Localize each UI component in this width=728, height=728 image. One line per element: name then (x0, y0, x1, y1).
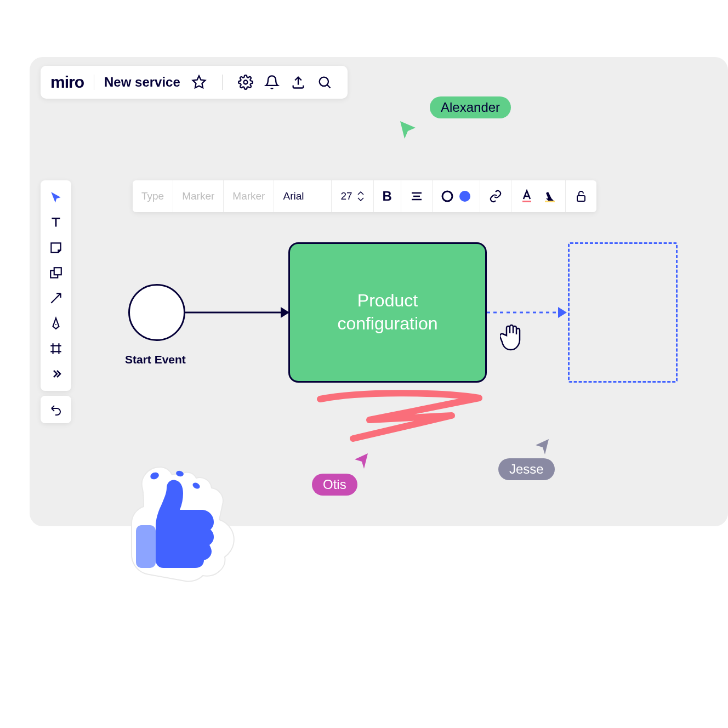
bold-button[interactable]: B (374, 180, 401, 212)
text-tool[interactable] (41, 210, 71, 235)
font-family-selector[interactable]: Arial (274, 180, 332, 212)
divider (94, 75, 94, 90)
shape-color-button[interactable] (433, 180, 480, 212)
hand-cursor-icon (500, 322, 527, 353)
product-configuration-label: Product configuration (337, 289, 437, 335)
svg-point-4 (55, 324, 56, 325)
sticky-note-tool[interactable] (41, 235, 71, 260)
align-button[interactable] (401, 180, 433, 212)
font-size-selector[interactable]: 27 (332, 180, 373, 212)
dashed-connector[interactable] (487, 303, 569, 325)
settings-icon[interactable] (238, 75, 253, 90)
pen-tool[interactable] (41, 311, 71, 336)
select-tool[interactable] (41, 185, 71, 210)
svg-rect-9 (577, 196, 585, 201)
star-icon[interactable] (191, 75, 207, 90)
start-event-node[interactable] (128, 284, 185, 341)
collaborator-name: Otis (323, 477, 346, 492)
start-event-label: Start Event (125, 353, 186, 366)
highlight-icon[interactable] (543, 189, 556, 203)
left-toolbar (41, 180, 71, 391)
search-icon[interactable] (317, 75, 332, 90)
lock-button[interactable] (566, 180, 596, 212)
svg-point-6 (459, 191, 470, 202)
svg-rect-7 (522, 201, 531, 202)
arrow-tool[interactable] (41, 286, 71, 311)
svg-rect-15 (136, 525, 156, 568)
collaborator-name: Jesse (509, 462, 544, 476)
text-color-button[interactable] (511, 180, 566, 212)
svg-rect-8 (545, 201, 555, 202)
svg-point-1 (319, 77, 328, 86)
type-selector[interactable]: Type (133, 180, 173, 212)
notifications-icon[interactable] (264, 75, 280, 90)
collaborator-name: Alexander (441, 100, 500, 115)
collaborator-pill-alexander: Alexander (430, 96, 511, 118)
marker-selector-2[interactable]: Marker (224, 180, 274, 212)
header-bar: miro New service (41, 66, 348, 99)
collaborator-cursor-otis (353, 452, 369, 470)
svg-point-0 (243, 81, 247, 84)
shapes-tool[interactable] (41, 260, 71, 286)
export-icon[interactable] (291, 75, 306, 90)
placeholder-node[interactable] (568, 242, 678, 383)
collaborator-cursor-alexander (399, 120, 417, 141)
format-toolbar: Type Marker Marker Arial 27 B (133, 180, 596, 212)
collaborator-cursor-jesse (534, 437, 550, 456)
collaborator-pill-jesse: Jesse (498, 458, 555, 480)
miro-logo[interactable]: miro (50, 73, 84, 92)
svg-rect-3 (54, 268, 61, 275)
font-size-value: 27 (340, 190, 352, 202)
thumbs-up-sticker[interactable] (110, 456, 236, 582)
undo-button[interactable] (41, 396, 71, 423)
marker-selector[interactable]: Marker (173, 180, 224, 212)
connector-arrow[interactable] (184, 303, 292, 325)
divider (222, 75, 223, 90)
freehand-squiggle[interactable] (315, 389, 490, 444)
more-tools[interactable] (41, 361, 71, 386)
svg-point-5 (442, 191, 452, 201)
frame-tool[interactable] (41, 336, 71, 361)
collaborator-pill-otis: Otis (312, 474, 357, 496)
board-title[interactable]: New service (104, 75, 180, 90)
link-button[interactable] (480, 180, 511, 212)
product-configuration-node[interactable]: Product configuration (288, 242, 487, 383)
